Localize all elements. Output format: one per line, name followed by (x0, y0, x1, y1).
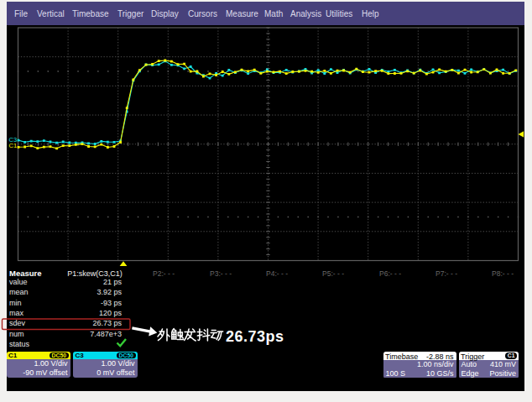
svg-text:C1: C1 (9, 142, 18, 149)
svg-text:26.73ps: 26.73ps (226, 328, 284, 345)
